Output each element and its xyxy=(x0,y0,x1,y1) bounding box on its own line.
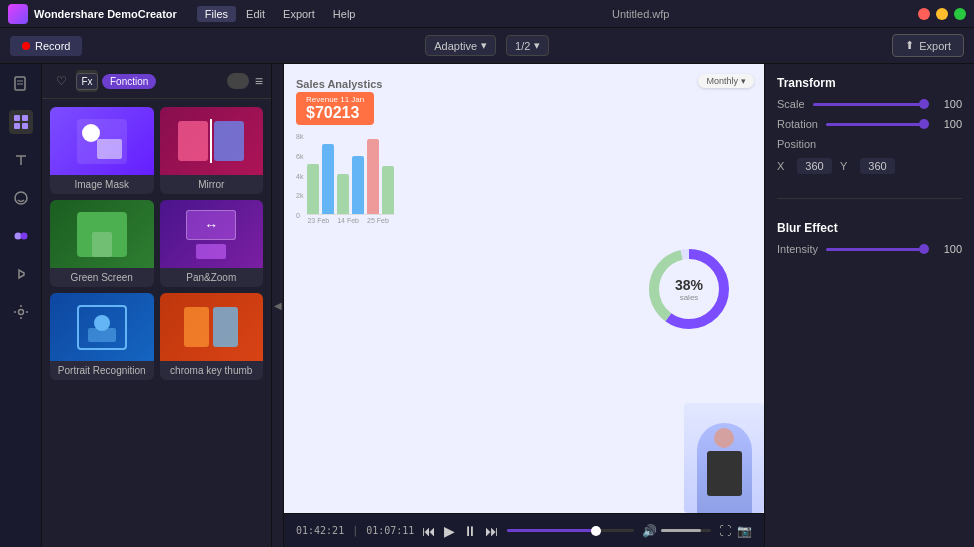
effect-label-portrait: Portrait Recognition xyxy=(50,361,154,380)
menu-help[interactable]: Help xyxy=(325,6,364,22)
menu-export[interactable]: Export xyxy=(275,6,323,22)
menu-edit[interactable]: Edit xyxy=(238,6,273,22)
sidebar-sticker-icon[interactable] xyxy=(9,186,33,210)
effects-panel: ♡ Fx Fonction ≡ Image Mask xyxy=(42,64,272,547)
skip-forward-button[interactable]: ⏭ xyxy=(485,523,499,539)
adaptive-select[interactable]: Adaptive ▾ xyxy=(425,35,496,56)
volume-bar[interactable] xyxy=(661,529,711,532)
scale-slider[interactable] xyxy=(813,103,924,106)
effect-label-pan-zoom: Pan&Zoom xyxy=(160,268,264,287)
arrow-left-icon: ◀ xyxy=(274,300,282,311)
volume-control: 🔊 xyxy=(642,524,711,538)
sidebar-audio-icon[interactable] xyxy=(9,262,33,286)
play-button[interactable]: ▶ xyxy=(444,523,455,539)
sidebar-transition-icon[interactable] xyxy=(9,224,33,248)
maximize-button[interactable] xyxy=(954,8,966,20)
intensity-slider-wrap xyxy=(826,248,924,251)
minimize-button[interactable] xyxy=(936,8,948,20)
app-name: Wondershare DemoCreator xyxy=(34,8,177,20)
svg-point-8 xyxy=(14,233,21,240)
position-label: Position xyxy=(777,138,816,150)
revenue-value: $70213 xyxy=(306,104,364,122)
menu-files[interactable]: Files xyxy=(197,6,236,22)
effect-card-green-screen[interactable]: Green Screen xyxy=(50,200,154,287)
revenue-label: Revenue 11 Jan xyxy=(306,95,364,104)
window-title: Untitled.wfp xyxy=(375,8,906,20)
chart-label-1: 23 Feb xyxy=(307,217,329,224)
intensity-slider[interactable] xyxy=(826,248,924,251)
x-value[interactable]: 360 xyxy=(797,158,832,174)
effects-toggle[interactable] xyxy=(227,73,249,89)
section-divider xyxy=(777,198,962,199)
transform-title: Transform xyxy=(777,76,962,90)
effect-card-image-mask[interactable]: Image Mask xyxy=(50,107,154,194)
progress-bar[interactable] xyxy=(507,529,634,532)
menu-bar: Wondershare DemoCreator Files Edit Expor… xyxy=(0,0,974,28)
rotation-value: 100 xyxy=(932,118,962,130)
sidebar-text-icon[interactable] xyxy=(9,148,33,172)
window-controls xyxy=(918,8,966,20)
sidebar-files-icon[interactable] xyxy=(9,72,33,96)
right-properties-panel: Transform Scale 100 Rotation xyxy=(764,64,974,547)
rotation-slider-wrap xyxy=(826,123,924,126)
resolution-select[interactable]: 1/2 ▾ xyxy=(506,35,549,56)
rotation-slider[interactable] xyxy=(826,123,924,126)
fullscreen-icon[interactable]: ⛶ xyxy=(719,524,731,538)
chart-label-2: 14 Feb xyxy=(337,217,359,224)
intensity-slider-fill xyxy=(826,248,924,251)
progress-fill xyxy=(507,529,596,532)
effects-function-tab[interactable]: Fonction xyxy=(102,74,156,89)
effect-label-image-mask: Image Mask xyxy=(50,175,154,194)
effect-card-pan-zoom[interactable]: ↔ Pan&Zoom xyxy=(160,200,264,287)
svg-rect-4 xyxy=(22,115,28,121)
logo-icon xyxy=(8,4,28,24)
scale-slider-thumb xyxy=(919,99,929,109)
effect-card-chroma[interactable]: chroma key thumb xyxy=(160,293,264,380)
skip-back-button[interactable]: ⏮ xyxy=(422,523,436,539)
screenshot-icon[interactable]: 📷 xyxy=(737,524,752,538)
rotation-row: Rotation 100 xyxy=(777,118,962,130)
sidebar-effects-icon[interactable] xyxy=(9,110,33,134)
effects-tabs: ♡ Fx Fonction ≡ xyxy=(42,64,271,99)
upload-icon: ⬆ xyxy=(905,39,914,52)
rotation-slider-thumb xyxy=(919,119,929,129)
chart-label-3: 25 Feb xyxy=(367,217,389,224)
effect-label-chroma: chroma key thumb xyxy=(160,361,264,380)
left-sidebar xyxy=(0,64,42,547)
intensity-label: Intensity xyxy=(777,243,818,255)
adaptive-label: Adaptive xyxy=(434,40,477,52)
playback-controls: 01:42:21 | 01:07:11 ⏮ ▶ ⏸ ⏭ 🔊 ⛶ 📷 xyxy=(284,513,764,547)
scale-label: Scale xyxy=(777,98,805,110)
export-label: Export xyxy=(919,40,951,52)
effects-heart-tab[interactable]: ♡ xyxy=(50,70,72,92)
y-value[interactable]: 360 xyxy=(860,158,895,174)
svg-point-9 xyxy=(20,233,27,240)
effects-list-icon[interactable]: ≡ xyxy=(255,73,263,89)
donut-sub: sales xyxy=(675,292,703,301)
monthly-badge[interactable]: Monthly ▾ xyxy=(698,74,754,88)
monthly-label: Monthly xyxy=(706,76,738,86)
effect-label-mirror: Mirror xyxy=(160,175,264,194)
record-dot-icon xyxy=(22,42,30,50)
analytics-title: Sales Analystics xyxy=(296,78,602,90)
sidebar-settings-icon[interactable] xyxy=(9,300,33,324)
current-time-display: 01:42:21 xyxy=(296,525,344,536)
effect-card-mirror[interactable]: Mirror xyxy=(160,107,264,194)
person-overlay xyxy=(684,403,764,513)
donut-percent: 38% xyxy=(675,276,703,292)
rotation-label: Rotation xyxy=(777,118,818,130)
collapse-panel-arrow[interactable]: ◀ xyxy=(272,64,284,547)
video-canvas: Sales Analystics Revenue 11 Jan $70213 8… xyxy=(284,64,764,513)
pause-button[interactable]: ⏸ xyxy=(463,523,477,539)
effects-fx-tab[interactable]: Fx xyxy=(76,70,98,92)
scale-slider-fill xyxy=(813,103,924,106)
close-button[interactable] xyxy=(918,8,930,20)
total-time-display: 01:07:11 xyxy=(366,525,414,536)
record-button[interactable]: Record xyxy=(10,36,82,56)
preview-icons: ⛶ 📷 xyxy=(719,524,752,538)
position-xy-row: X 360 Y 360 xyxy=(777,158,962,174)
y-label: Y xyxy=(840,160,852,172)
intensity-value: 100 xyxy=(932,243,962,255)
export-button[interactable]: ⬆ Export xyxy=(892,34,964,57)
effect-card-portrait[interactable]: Portrait Recognition xyxy=(50,293,154,380)
